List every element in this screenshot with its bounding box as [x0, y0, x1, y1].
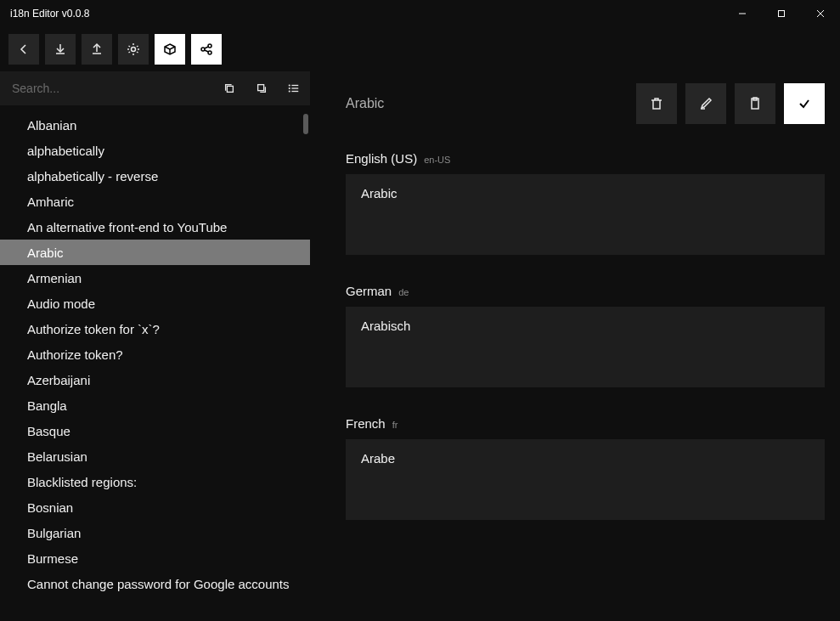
scrollbar-thumb[interactable] — [303, 114, 308, 134]
back-button[interactable] — [8, 34, 39, 65]
list-item[interactable]: Basque — [0, 418, 310, 443]
edit-icon — [698, 96, 713, 111]
translation-textarea[interactable] — [346, 174, 825, 255]
key-list: AfrikaansAlbanianalphabeticallyalphabeti… — [0, 105, 310, 596]
list-icon — [288, 82, 300, 94]
translation-block: Germande — [346, 284, 825, 391]
svg-point-22 — [289, 88, 290, 89]
clipboard-button[interactable] — [735, 83, 775, 124]
confirm-button[interactable] — [784, 83, 825, 124]
list-item[interactable]: Albanian — [0, 112, 310, 138]
check-icon — [797, 96, 812, 111]
translation-block: English (US)en-US — [346, 151, 825, 258]
list-container: AfrikaansAlbanianalphabeticallyalphabeti… — [0, 105, 310, 621]
translation-block: Frenchfr — [346, 416, 825, 523]
list-item[interactable]: Arabic — [0, 240, 310, 265]
list-item[interactable]: Belarusian — [0, 443, 310, 469]
list-item[interactable]: Authorize token for `x`? — [0, 316, 310, 342]
list-item[interactable]: Burmese — [0, 545, 310, 571]
translations-container: English (US)en-USGermandeFrenchfr — [346, 151, 825, 523]
svg-point-13 — [208, 51, 211, 54]
copy-icon — [223, 82, 235, 94]
list-item[interactable]: Authorize token? — [0, 342, 310, 367]
copy-button[interactable] — [213, 71, 245, 105]
list-item[interactable]: Audio mode — [0, 291, 310, 316]
translation-lang: German — [346, 284, 392, 298]
upload-icon — [90, 42, 104, 56]
content-header: Arabic — [346, 71, 825, 136]
close-button[interactable] — [801, 0, 840, 27]
chevron-left-icon — [17, 42, 31, 56]
translation-code: de — [398, 287, 409, 297]
window-controls — [723, 0, 840, 27]
svg-point-12 — [208, 44, 211, 48]
package-button[interactable] — [155, 34, 185, 65]
list-item[interactable]: Azerbaijani — [0, 367, 310, 392]
sidebar: AfrikaansAlbanianalphabeticallyalphabeti… — [0, 71, 310, 621]
stack-icon — [256, 82, 268, 94]
titlebar: i18n Editor v0.0.8 — [0, 0, 840, 27]
list-item[interactable]: Armenian — [0, 265, 310, 291]
svg-point-23 — [289, 91, 290, 92]
export-button[interactable] — [82, 34, 112, 65]
clipboard-icon — [747, 96, 763, 111]
download-icon — [54, 42, 67, 56]
maximize-button[interactable] — [762, 0, 801, 27]
list-item[interactable]: Cannot change password for Google accoun… — [0, 571, 310, 596]
settings-button[interactable] — [118, 34, 149, 65]
translation-textarea[interactable] — [346, 439, 825, 520]
import-button[interactable] — [45, 34, 76, 65]
edit-button[interactable] — [685, 83, 726, 124]
svg-rect-16 — [227, 86, 233, 92]
svg-rect-17 — [258, 85, 264, 91]
list-button[interactable] — [278, 71, 310, 105]
svg-line-14 — [205, 47, 209, 48]
translation-header: Germande — [346, 284, 825, 298]
translation-lang: English (US) — [346, 151, 417, 166]
minimize-button[interactable] — [723, 0, 762, 27]
list-item[interactable]: Bosnian — [0, 494, 310, 520]
list-item[interactable]: Bangla — [0, 392, 310, 418]
svg-point-21 — [289, 85, 290, 86]
translation-textarea[interactable] — [346, 307, 825, 387]
search-input[interactable] — [0, 71, 213, 105]
svg-line-15 — [205, 50, 209, 52]
list-item[interactable]: Afrikaans — [0, 105, 310, 112]
main-layout: AfrikaansAlbanianalphabeticallyalphabeti… — [0, 71, 840, 621]
content-title: Arabic — [346, 96, 384, 111]
minimize-icon — [737, 8, 747, 19]
translation-header: Frenchfr — [346, 416, 825, 431]
close-icon — [815, 8, 826, 19]
delete-button[interactable] — [636, 83, 677, 124]
list-item[interactable]: An alternative front-end to YouTube — [0, 214, 310, 240]
search-row — [0, 71, 310, 105]
content-actions — [636, 83, 825, 124]
list-item[interactable]: Blacklisted regions: — [0, 469, 310, 494]
translation-lang: French — [346, 416, 386, 431]
share-icon — [200, 42, 213, 56]
stack-button[interactable] — [245, 71, 278, 105]
svg-point-8 — [132, 48, 136, 52]
toolbar — [0, 27, 840, 71]
svg-point-11 — [201, 48, 205, 51]
box-icon — [163, 42, 177, 56]
list-item[interactable]: alphabetically - reverse — [0, 163, 310, 189]
trash-icon — [649, 96, 664, 111]
list-item[interactable]: Amharic — [0, 189, 310, 214]
maximize-icon — [776, 8, 786, 19]
list-item[interactable]: Bulgarian — [0, 520, 310, 545]
window-title: i18n Editor v0.0.8 — [10, 8, 89, 20]
gear-icon — [127, 42, 140, 56]
list-item[interactable]: alphabetically — [0, 138, 310, 163]
translation-header: English (US)en-US — [346, 151, 825, 166]
translation-code: en-US — [424, 155, 450, 165]
share-button[interactable] — [191, 34, 222, 65]
svg-rect-1 — [779, 11, 785, 17]
translation-code: fr — [392, 420, 398, 430]
content-panel: Arabic English (US)en-USGermandeFrenchfr — [310, 71, 840, 621]
